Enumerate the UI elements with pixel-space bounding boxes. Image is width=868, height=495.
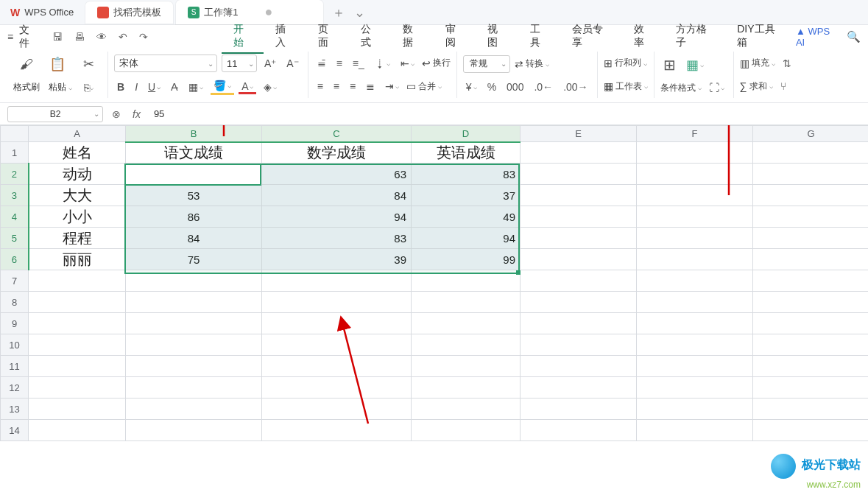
row-header-5[interactable]: 5 — [1, 228, 29, 249]
filter-icon[interactable]: ⑂ — [777, 79, 789, 94]
cell-B2[interactable]: 95 — [126, 164, 262, 185]
menu-tab-vip[interactable]: 会员专享 — [560, 20, 621, 54]
cell-C2[interactable]: 63 — [262, 164, 412, 185]
cell-C4[interactable]: 94 — [262, 206, 412, 228]
paste-label[interactable]: 粘贴 — [49, 81, 72, 94]
cell-C6[interactable]: 39 — [262, 249, 412, 270]
bold-button[interactable]: B — [114, 80, 127, 94]
print-icon[interactable]: 🖶 — [70, 31, 89, 43]
italic-button[interactable]: I — [132, 80, 141, 94]
formula-input[interactable] — [149, 106, 861, 122]
menu-tab-formula[interactable]: 公式 — [349, 20, 392, 54]
spreadsheet-grid[interactable]: A B C D E F G 1 姓名 语文成绩 数学成绩 英语成绩 2 动动 9… — [0, 125, 868, 441]
cell-A4[interactable]: 小小 — [29, 206, 126, 228]
currency-icon[interactable]: ¥ — [463, 80, 480, 94]
wrap-text-button[interactable]: ↩换行 — [422, 57, 451, 69]
cell-C5[interactable]: 83 — [262, 228, 412, 249]
cell-D1[interactable]: 英语成绩 — [412, 142, 521, 164]
cell-style-icon[interactable]: ▦ — [683, 55, 707, 74]
cancel-formula-icon[interactable]: ⊗ — [109, 108, 124, 120]
menu-tab-tools[interactable]: 工具 — [518, 20, 561, 54]
cell-A3[interactable]: 大大 — [29, 185, 126, 206]
menu-tab-data[interactable]: 数据 — [391, 20, 434, 54]
convert-button[interactable]: ⇄转换 — [515, 57, 549, 70]
row-header-2[interactable]: 2 — [1, 164, 29, 185]
col-header-G[interactable]: G — [753, 126, 869, 142]
orientation-icon[interactable]: ⭭ — [372, 56, 393, 71]
strike-button[interactable]: A̶ — [168, 80, 181, 94]
cell-G1[interactable] — [753, 142, 869, 164]
cell-D4[interactable]: 49 — [412, 206, 521, 228]
menu-tab-review[interactable]: 审阅 — [434, 20, 476, 54]
cell-A2[interactable]: 动动 — [29, 164, 126, 185]
increase-decimal-icon[interactable]: .00→ — [560, 80, 590, 94]
menu-tab-start[interactable]: 开始 — [222, 20, 264, 54]
row-header-3[interactable]: 3 — [1, 185, 29, 206]
name-box[interactable]: B2 — [7, 106, 103, 122]
merge-button[interactable]: ▭合并 — [406, 80, 442, 93]
cell-B6[interactable]: 75 — [126, 249, 262, 270]
font-size-select[interactable]: 11 — [222, 55, 257, 72]
cut-button[interactable]: ✂ — [75, 55, 102, 74]
align-left-icon[interactable]: ≡ — [314, 79, 326, 94]
col-header-C[interactable]: C — [262, 126, 412, 142]
sort-icon[interactable]: ⇅ — [780, 56, 794, 71]
cell-D3[interactable]: 37 — [412, 185, 521, 206]
decrease-font-icon[interactable]: A⁻ — [283, 56, 301, 71]
paste-button[interactable]: 📋 — [44, 55, 71, 74]
fill-color-button[interactable]: 🪣 — [211, 78, 234, 95]
cell-D6[interactable]: 99 — [412, 249, 521, 270]
col-header-B[interactable]: B — [126, 126, 262, 142]
menu-tab-ffgz[interactable]: 方方格子 — [664, 20, 725, 54]
fill-button[interactable]: ▥填充 — [740, 57, 775, 69]
undo-icon[interactable]: ↶ — [114, 31, 132, 43]
menu-tab-diy[interactable]: DIY工具箱 — [725, 20, 793, 54]
underline-button[interactable]: U⌵ — [145, 80, 163, 94]
align-top-icon[interactable]: ≡̄ — [314, 56, 329, 71]
clear-format-button[interactable]: ◈ — [261, 80, 280, 94]
col-header-A[interactable]: A — [29, 126, 126, 142]
cell-D5[interactable]: 94 — [412, 228, 521, 249]
row-header-1[interactable]: 1 — [1, 142, 29, 164]
border-button[interactable]: ▦ — [186, 80, 206, 94]
worksheet-button[interactable]: ▦工作表 — [604, 80, 648, 93]
menu-burger-icon[interactable]: ≡ — [7, 31, 13, 43]
cell-B5[interactable]: 84 — [126, 228, 262, 249]
format-painter-button[interactable]: 🖌 — [13, 55, 40, 74]
cell-E1[interactable] — [521, 142, 637, 164]
tab-menu-button[interactable]: ⌄ — [351, 4, 367, 21]
add-tab-button[interactable]: ＋ — [331, 4, 347, 21]
col-header-D[interactable]: D — [412, 126, 521, 142]
percent-icon[interactable]: % — [484, 80, 499, 94]
font-name-select[interactable]: 宋体 — [114, 55, 217, 72]
cell-A5[interactable]: 程程 — [29, 228, 126, 249]
wps-ai-button[interactable]: ▲ WPS AI — [796, 26, 838, 48]
align-center-icon[interactable]: ≡ — [331, 79, 342, 94]
menu-tab-efficiency[interactable]: 效率 — [622, 20, 665, 54]
tab-templates[interactable]: 找稻壳模板 — [85, 1, 173, 24]
justify-icon[interactable]: ≣ — [363, 79, 378, 94]
select-all-corner[interactable] — [1, 126, 29, 142]
copy-dropdown[interactable]: ⎘ — [81, 80, 96, 95]
cell-B1[interactable]: 语文成绩 — [126, 142, 262, 164]
fx-icon[interactable]: fx — [130, 108, 144, 120]
indent-increase-icon[interactable]: ⇥ — [382, 79, 402, 94]
search-icon[interactable]: 🔍 — [847, 30, 861, 43]
sheet-area[interactable]: A B C D E F G 1 姓名 语文成绩 数学成绩 英语成绩 2 动动 9… — [0, 125, 868, 495]
increase-font-icon[interactable]: A⁺ — [261, 56, 279, 71]
number-format-select[interactable]: 常规 — [463, 55, 510, 73]
cell-D2[interactable]: 83 — [412, 164, 521, 185]
cell-F1[interactable] — [637, 142, 753, 164]
align-middle-icon[interactable]: ≡ — [334, 56, 345, 71]
row-header-4[interactable]: 4 — [1, 206, 29, 228]
align-bottom-icon[interactable]: ≡_ — [350, 56, 367, 71]
decrease-decimal-icon[interactable]: .0← — [531, 80, 556, 94]
cell-A1[interactable]: 姓名 — [29, 142, 126, 164]
print-preview-icon[interactable]: 👁 — [92, 31, 111, 43]
menu-tab-insert[interactable]: 插入 — [264, 20, 306, 54]
menu-file[interactable]: 文件 — [19, 24, 39, 50]
sum-button[interactable]: ∑求和 — [740, 80, 773, 93]
rowcol-button[interactable]: ⊞行和列 — [604, 57, 647, 69]
table-style-icon[interactable]: ⊞ — [660, 55, 679, 75]
font-color-button[interactable]: A — [239, 79, 256, 94]
